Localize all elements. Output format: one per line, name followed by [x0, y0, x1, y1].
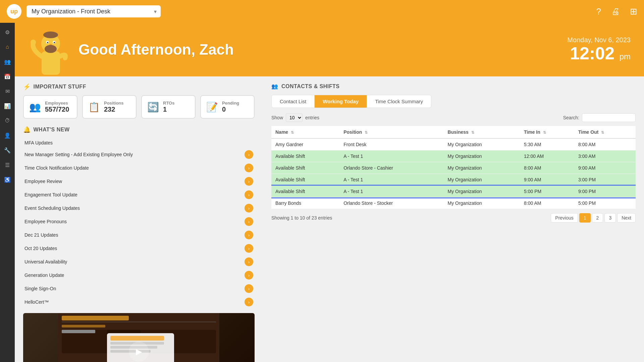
cell-business: My Organization	[444, 197, 520, 209]
news-arrow-universal[interactable]: ›	[245, 257, 253, 266]
col-position[interactable]: Position ⇅	[339, 126, 443, 138]
page-2-button[interactable]: 2	[592, 213, 603, 223]
stat-employees[interactable]: 👥 Employees 557/720	[23, 95, 77, 119]
news-arrow-oct20[interactable]: ›	[245, 244, 253, 253]
news-arrow-employee-review[interactable]: ›	[245, 177, 253, 186]
table-row[interactable]: Available ShiftA - Test 1My Organization…	[271, 186, 636, 197]
prev-button[interactable]: Previous	[551, 213, 578, 223]
cell-time-out: 3:00 PM	[574, 174, 636, 186]
news-arrow-hellocert[interactable]: ›	[245, 298, 253, 306]
hero-time-value: 12:02	[570, 44, 614, 63]
video-player[interactable]: ▶ 2:22	[23, 313, 255, 362]
col-time-out[interactable]: Time Out ⇅	[574, 126, 636, 138]
cell-position: Orlando Store - Stocker	[339, 197, 443, 209]
pending-value: 0	[222, 106, 239, 113]
svg-point-9	[31, 40, 36, 45]
cell-business: My Organization	[444, 138, 520, 150]
hero-greeting: Good Afternoon, Zach	[78, 41, 234, 58]
contacts-icon: 👥	[271, 83, 278, 89]
next-button[interactable]: Next	[617, 213, 636, 223]
sidebar-mail[interactable]: ✉	[1, 85, 13, 97]
news-arrow-events[interactable]: ›	[245, 204, 253, 213]
search-input[interactable]	[582, 113, 636, 122]
news-arrow-pronouns[interactable]: ›	[245, 217, 253, 226]
contacts-header: 👥 CONTACTS & SHIFTS	[271, 83, 636, 89]
sidebar-chart[interactable]: 📊	[1, 100, 13, 112]
help-icon[interactable]: ?	[596, 6, 601, 17]
news-item-mfa[interactable]: MFA Updates	[23, 138, 255, 147]
tab-working-today[interactable]: Working Today	[315, 95, 367, 108]
stat-positions[interactable]: 📋 Positions 232	[82, 95, 137, 119]
cell-name: Amy Gardner	[271, 138, 339, 150]
sidebar-clock[interactable]: ⏱	[1, 115, 13, 127]
stat-rtos[interactable]: 🔄 RTOs 1	[141, 95, 196, 119]
news-arrow-dec21[interactable]: ›	[245, 231, 253, 239]
search-box: Search:	[563, 113, 636, 122]
news-label-mfa: MFA Updates	[24, 140, 253, 145]
news-arrow-sso[interactable]: ›	[245, 284, 253, 293]
news-item-events[interactable]: Event Scheduling Updates ›	[23, 202, 255, 215]
sidebar-tools[interactable]: 🔧	[1, 144, 13, 156]
play-button[interactable]: ▶	[129, 342, 149, 362]
svg-point-2	[43, 32, 58, 38]
cell-position: A - Test 1	[339, 174, 443, 186]
sidebar-users[interactable]: 👥	[1, 56, 13, 68]
sidebar-list[interactable]: ☰	[1, 159, 13, 171]
news-label-timeclock: Time Clock Notification Update	[24, 165, 241, 171]
sidebar-person[interactable]: 👤	[1, 129, 13, 141]
sidebar-accessibility[interactable]: ♿	[1, 174, 13, 186]
table-row[interactable]: Amy GardnerFront DeskMy Organization5:30…	[271, 138, 636, 150]
news-arrow-generation[interactable]: ›	[245, 271, 253, 280]
news-item-universal[interactable]: Universal Availability ›	[23, 255, 255, 268]
news-label-generation: Generation Update	[24, 273, 241, 278]
news-item-generation[interactable]: Generation Update ›	[23, 269, 255, 282]
news-item-oct20[interactable]: Oct 20 Updates ›	[23, 242, 255, 255]
tab-contact-list[interactable]: Contact List	[272, 95, 315, 108]
mascot	[28, 26, 72, 73]
news-label-engagement: Engagement Tool Update	[24, 192, 241, 197]
logo[interactable]: up	[7, 4, 21, 19]
table-row[interactable]: Available ShiftOrlando Store - CashierMy…	[271, 162, 636, 174]
news-item-timeclock[interactable]: Time Clock Notification Update ›	[23, 162, 255, 174]
news-item-hellocert[interactable]: HelloCert™ ›	[23, 296, 255, 308]
svg-rect-14	[62, 322, 216, 322]
print-icon[interactable]: 🖨	[611, 6, 620, 17]
news-item-employee-review[interactable]: Employee Review ›	[23, 175, 255, 188]
cell-name: Available Shift	[271, 162, 339, 174]
news-item-sso[interactable]: Single Sign-On ›	[23, 282, 255, 295]
news-arrow-engagement[interactable]: ›	[245, 190, 253, 199]
table-row[interactable]: Barry BondsOrlando Store - StockerMy Org…	[271, 197, 636, 209]
news-item-dec21[interactable]: Dec 21 Updates ›	[23, 229, 255, 241]
news-arrow-manager[interactable]: ›	[245, 150, 253, 159]
table-row[interactable]: Available ShiftA - Test 1My Organization…	[271, 174, 636, 186]
org-select[interactable]: My Organization - Front Desk	[26, 5, 161, 17]
pending-info: Pending 0	[222, 101, 239, 113]
stat-pending[interactable]: 📝 Pending 0	[200, 95, 255, 119]
cell-name: Barry Bonds	[271, 197, 339, 209]
news-item-manager[interactable]: New Manager Setting - Add Existing Emplo…	[23, 148, 255, 161]
grid-icon[interactable]: ⊞	[630, 6, 637, 17]
sidebar-calendar[interactable]: 📅	[1, 70, 13, 82]
news-item-engagement[interactable]: Engagement Tool Update ›	[23, 188, 255, 201]
entries-select[interactable]: 10 25 50	[286, 113, 303, 122]
cell-business: My Organization	[444, 162, 520, 174]
sidebar-home[interactable]: ⌂	[1, 41, 13, 53]
col-business[interactable]: Business ⇅	[444, 126, 520, 138]
page-1-button[interactable]: 1	[579, 213, 591, 223]
sidebar-settings[interactable]: ⚙	[1, 26, 13, 38]
hero-datetime: Monday, Nov 6, 2023 12:02 pm	[567, 36, 631, 63]
news-label-hellocert: HelloCert™	[24, 299, 241, 305]
tab-time-clock-summary[interactable]: Time Clock Summary	[367, 95, 431, 108]
page-3-button[interactable]: 3	[604, 213, 616, 223]
logo-text: up	[10, 8, 18, 15]
news-item-pronouns[interactable]: Employee Pronouns ›	[23, 215, 255, 228]
news-arrow-timeclock[interactable]: ›	[245, 164, 253, 172]
col-name[interactable]: Name ⇅	[271, 126, 339, 138]
cell-position: A - Test 1	[339, 150, 443, 162]
cell-business: My Organization	[444, 174, 520, 186]
contacts-table: Name ⇅ Position ⇅ Business ⇅ Time In ⇅ T…	[271, 126, 636, 209]
table-row[interactable]: Available ShiftA - Test 1My Organization…	[271, 150, 636, 162]
cell-time-in: 9:00 AM	[520, 174, 574, 186]
col-time-in[interactable]: Time In ⇅	[520, 126, 574, 138]
positions-label: Positions	[104, 101, 124, 106]
